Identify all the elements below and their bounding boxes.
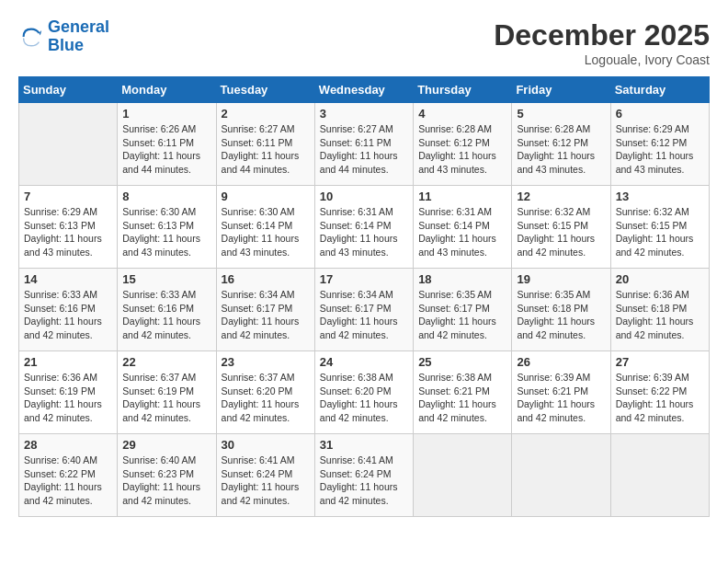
calendar-cell: 7Sunrise: 6:29 AMSunset: 6:13 PMDaylight… bbox=[19, 186, 118, 269]
calendar-cell: 19Sunrise: 6:35 AMSunset: 6:18 PMDayligh… bbox=[512, 269, 610, 351]
calendar-cell: 9Sunrise: 6:30 AMSunset: 6:14 PMDaylight… bbox=[216, 186, 314, 269]
day-number: 21 bbox=[24, 355, 112, 369]
day-number: 4 bbox=[418, 107, 506, 121]
calendar-cell bbox=[512, 434, 610, 517]
day-header-sunday: Sunday bbox=[19, 77, 118, 103]
day-info: Sunrise: 6:31 AMSunset: 6:14 PMDaylight:… bbox=[418, 205, 506, 259]
day-info: Sunrise: 6:26 AMSunset: 6:11 PMDaylight:… bbox=[122, 122, 210, 177]
day-number: 28 bbox=[24, 438, 112, 452]
day-info: Sunrise: 6:39 AMSunset: 6:21 PMDaylight:… bbox=[517, 371, 605, 425]
day-info: Sunrise: 6:29 AMSunset: 6:12 PMDaylight:… bbox=[616, 122, 704, 177]
day-number: 5 bbox=[517, 107, 605, 121]
day-info: Sunrise: 6:28 AMSunset: 6:12 PMDaylight:… bbox=[418, 122, 506, 177]
calendar-cell: 11Sunrise: 6:31 AMSunset: 6:14 PMDayligh… bbox=[414, 186, 512, 269]
calendar-cell: 31Sunrise: 6:41 AMSunset: 6:24 PMDayligh… bbox=[314, 434, 413, 517]
day-info: Sunrise: 6:33 AMSunset: 6:16 PMDaylight:… bbox=[24, 288, 112, 342]
day-info: Sunrise: 6:32 AMSunset: 6:15 PMDaylight:… bbox=[517, 205, 605, 259]
day-number: 10 bbox=[320, 190, 408, 203]
day-number: 30 bbox=[222, 438, 310, 452]
day-info: Sunrise: 6:29 AMSunset: 6:13 PMDaylight:… bbox=[24, 205, 112, 259]
calendar-table: SundayMondayTuesdayWednesdayThursdayFrid… bbox=[18, 76, 710, 517]
day-number: 17 bbox=[320, 272, 408, 286]
day-number: 14 bbox=[24, 272, 112, 286]
calendar-cell: 30Sunrise: 6:41 AMSunset: 6:24 PMDayligh… bbox=[216, 434, 314, 517]
logo-icon bbox=[18, 24, 44, 50]
calendar-cell: 18Sunrise: 6:35 AMSunset: 6:17 PMDayligh… bbox=[414, 269, 512, 351]
day-number: 13 bbox=[616, 190, 704, 203]
calendar-cell: 12Sunrise: 6:32 AMSunset: 6:15 PMDayligh… bbox=[512, 186, 610, 269]
calendar-cell bbox=[414, 434, 512, 517]
day-number: 25 bbox=[418, 355, 506, 369]
day-number: 18 bbox=[418, 272, 506, 286]
day-info: Sunrise: 6:36 AMSunset: 6:18 PMDaylight:… bbox=[616, 288, 704, 342]
calendar-cell: 25Sunrise: 6:38 AMSunset: 6:21 PMDayligh… bbox=[414, 351, 512, 434]
calendar-cell: 14Sunrise: 6:33 AMSunset: 6:16 PMDayligh… bbox=[19, 269, 118, 351]
day-number: 12 bbox=[517, 190, 605, 203]
day-info: Sunrise: 6:37 AMSunset: 6:19 PMDaylight:… bbox=[122, 371, 210, 425]
day-number: 3 bbox=[320, 107, 408, 121]
day-info: Sunrise: 6:27 AMSunset: 6:11 PMDaylight:… bbox=[320, 122, 408, 177]
calendar-cell: 13Sunrise: 6:32 AMSunset: 6:15 PMDayligh… bbox=[610, 186, 709, 269]
month-title: December 2025 bbox=[494, 18, 710, 52]
calendar-week-row: 21Sunrise: 6:36 AMSunset: 6:19 PMDayligh… bbox=[19, 351, 710, 434]
calendar-week-row: 14Sunrise: 6:33 AMSunset: 6:16 PMDayligh… bbox=[19, 269, 710, 351]
calendar-cell: 24Sunrise: 6:38 AMSunset: 6:20 PMDayligh… bbox=[314, 351, 413, 434]
day-info: Sunrise: 6:35 AMSunset: 6:18 PMDaylight:… bbox=[517, 288, 605, 342]
calendar-cell: 16Sunrise: 6:34 AMSunset: 6:17 PMDayligh… bbox=[216, 269, 314, 351]
day-number: 15 bbox=[122, 272, 210, 286]
calendar-cell: 6Sunrise: 6:29 AMSunset: 6:12 PMDaylight… bbox=[610, 103, 709, 186]
calendar-cell: 15Sunrise: 6:33 AMSunset: 6:16 PMDayligh… bbox=[118, 269, 216, 351]
day-number: 31 bbox=[320, 438, 408, 452]
day-info: Sunrise: 6:39 AMSunset: 6:22 PMDaylight:… bbox=[616, 371, 704, 425]
calendar-cell: 23Sunrise: 6:37 AMSunset: 6:20 PMDayligh… bbox=[216, 351, 314, 434]
day-info: Sunrise: 6:30 AMSunset: 6:13 PMDaylight:… bbox=[122, 205, 210, 259]
day-info: Sunrise: 6:41 AMSunset: 6:24 PMDaylight:… bbox=[222, 454, 310, 508]
page-header: General Blue December 2025 Logouale, Ivo… bbox=[18, 18, 710, 67]
day-info: Sunrise: 6:34 AMSunset: 6:17 PMDaylight:… bbox=[320, 288, 408, 342]
day-number: 8 bbox=[122, 190, 210, 203]
day-header-tuesday: Tuesday bbox=[216, 77, 314, 103]
calendar-cell: 21Sunrise: 6:36 AMSunset: 6:19 PMDayligh… bbox=[19, 351, 118, 434]
day-number: 16 bbox=[222, 272, 310, 286]
day-info: Sunrise: 6:40 AMSunset: 6:22 PMDaylight:… bbox=[24, 454, 112, 508]
day-number: 2 bbox=[222, 107, 310, 121]
calendar-cell: 5Sunrise: 6:28 AMSunset: 6:12 PMDaylight… bbox=[512, 103, 610, 186]
calendar-cell: 28Sunrise: 6:40 AMSunset: 6:22 PMDayligh… bbox=[19, 434, 118, 517]
calendar-week-row: 28Sunrise: 6:40 AMSunset: 6:22 PMDayligh… bbox=[19, 434, 710, 517]
logo: General Blue bbox=[18, 18, 109, 55]
calendar-header-row: SundayMondayTuesdayWednesdayThursdayFrid… bbox=[19, 77, 710, 103]
day-number: 6 bbox=[616, 107, 704, 121]
calendar-cell: 26Sunrise: 6:39 AMSunset: 6:21 PMDayligh… bbox=[512, 351, 610, 434]
calendar-week-row: 7Sunrise: 6:29 AMSunset: 6:13 PMDaylight… bbox=[19, 186, 710, 269]
day-info: Sunrise: 6:36 AMSunset: 6:19 PMDaylight:… bbox=[24, 371, 112, 425]
day-info: Sunrise: 6:32 AMSunset: 6:15 PMDaylight:… bbox=[616, 205, 704, 259]
day-info: Sunrise: 6:37 AMSunset: 6:20 PMDaylight:… bbox=[222, 371, 310, 425]
calendar-cell: 8Sunrise: 6:30 AMSunset: 6:13 PMDaylight… bbox=[118, 186, 216, 269]
calendar-cell bbox=[610, 434, 709, 517]
day-number: 20 bbox=[616, 272, 704, 286]
day-number: 7 bbox=[24, 190, 112, 203]
day-info: Sunrise: 6:35 AMSunset: 6:17 PMDaylight:… bbox=[418, 288, 506, 342]
day-info: Sunrise: 6:41 AMSunset: 6:24 PMDaylight:… bbox=[320, 454, 408, 508]
title-block: December 2025 Logouale, Ivory Coast bbox=[494, 18, 710, 67]
day-header-wednesday: Wednesday bbox=[314, 77, 413, 103]
calendar-cell: 22Sunrise: 6:37 AMSunset: 6:19 PMDayligh… bbox=[118, 351, 216, 434]
calendar-cell: 1Sunrise: 6:26 AMSunset: 6:11 PMDaylight… bbox=[118, 103, 216, 186]
day-info: Sunrise: 6:30 AMSunset: 6:14 PMDaylight:… bbox=[222, 205, 310, 259]
calendar-week-row: 1Sunrise: 6:26 AMSunset: 6:11 PMDaylight… bbox=[19, 103, 710, 186]
day-number: 24 bbox=[320, 355, 408, 369]
calendar-cell: 17Sunrise: 6:34 AMSunset: 6:17 PMDayligh… bbox=[314, 269, 413, 351]
day-info: Sunrise: 6:40 AMSunset: 6:23 PMDaylight:… bbox=[122, 454, 210, 508]
day-info: Sunrise: 6:31 AMSunset: 6:14 PMDaylight:… bbox=[320, 205, 408, 259]
day-info: Sunrise: 6:34 AMSunset: 6:17 PMDaylight:… bbox=[222, 288, 310, 342]
day-header-thursday: Thursday bbox=[414, 77, 512, 103]
calendar-cell: 29Sunrise: 6:40 AMSunset: 6:23 PMDayligh… bbox=[118, 434, 216, 517]
day-number: 23 bbox=[222, 355, 310, 369]
day-number: 26 bbox=[517, 355, 605, 369]
day-number: 19 bbox=[517, 272, 605, 286]
logo-text: General Blue bbox=[48, 18, 109, 55]
day-number: 29 bbox=[122, 438, 210, 452]
day-header-monday: Monday bbox=[118, 77, 216, 103]
day-number: 27 bbox=[616, 355, 704, 369]
day-number: 11 bbox=[418, 190, 506, 203]
